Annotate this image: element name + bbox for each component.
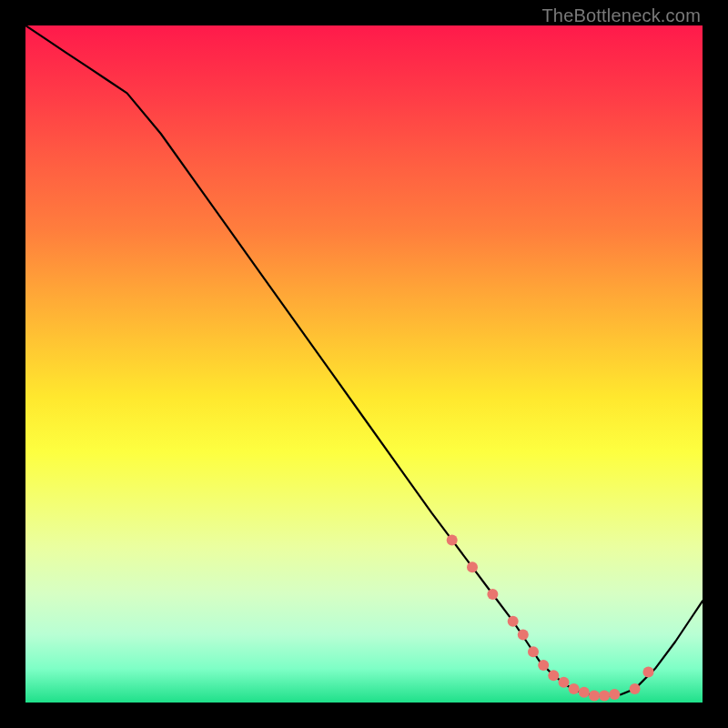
highlight-dot	[538, 660, 549, 671]
highlight-dot	[559, 677, 570, 688]
highlight-dot	[569, 683, 580, 694]
highlight-dot	[579, 687, 590, 698]
curve-layer	[25, 25, 703, 703]
highlight-dot	[467, 561, 478, 572]
highlight-dot	[508, 616, 519, 627]
highlight-dot	[447, 534, 458, 545]
highlight-dot	[630, 683, 641, 694]
chart-frame: TheBottleneck.com	[0, 0, 728, 728]
highlight-dot	[548, 670, 559, 681]
highlight-dot	[589, 691, 600, 702]
highlight-dot	[643, 667, 654, 678]
bottleneck-curve	[25, 25, 703, 696]
highlight-dot	[609, 689, 620, 700]
highlight-dot	[528, 646, 539, 657]
attribution-text: TheBottleneck.com	[541, 5, 701, 26]
plot-area	[25, 25, 703, 703]
highlight-dot	[518, 630, 529, 641]
highlight-dot	[487, 589, 498, 600]
highlight-dots	[447, 534, 654, 701]
highlight-dot	[599, 691, 610, 702]
